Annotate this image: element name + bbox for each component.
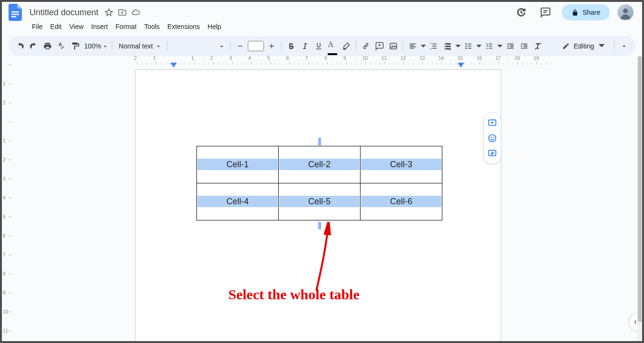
share-label: Share xyxy=(583,9,600,16)
menu-tools[interactable]: Tools xyxy=(141,21,163,32)
table-cell[interactable]: Cell-1 xyxy=(197,146,279,183)
checklist-dropdown-icon[interactable] xyxy=(455,39,461,53)
menu-extensions[interactable]: Extensions xyxy=(164,21,203,32)
menubar: File Edit View Insert Format Tools Exten… xyxy=(2,20,642,36)
svg-point-10 xyxy=(466,48,467,49)
menu-edit[interactable]: Edit xyxy=(47,21,65,32)
titlebar: Untitled document Share xyxy=(2,2,642,20)
numbered-list-button[interactable] xyxy=(483,39,496,53)
chevron-down-icon xyxy=(103,42,107,50)
menu-file[interactable]: File xyxy=(29,21,46,32)
paragraph-style-picker[interactable]: Normal text xyxy=(115,42,165,50)
cloud-status-icon[interactable] xyxy=(131,8,140,17)
table-cell[interactable]: Cell-4 xyxy=(197,183,279,220)
move-icon[interactable] xyxy=(117,8,127,17)
font-size-control xyxy=(234,39,278,53)
table-row[interactable]: Cell-4 Cell-5 Cell-6 xyxy=(197,183,442,220)
table-cell[interactable]: Cell-2 xyxy=(279,146,361,183)
add-comment-button[interactable] xyxy=(486,116,499,130)
comments-icon[interactable] xyxy=(537,4,554,21)
svg-point-13 xyxy=(491,137,491,138)
svg-rect-1 xyxy=(11,14,19,15)
chevron-down-icon xyxy=(220,42,224,50)
text-color-button[interactable]: A xyxy=(326,39,339,53)
checklist-button[interactable] xyxy=(441,39,454,53)
menu-insert[interactable]: Insert xyxy=(88,21,111,32)
menu-help[interactable]: Help xyxy=(204,21,224,32)
insert-link-button[interactable] xyxy=(359,39,372,53)
italic-button[interactable] xyxy=(298,39,312,53)
docs-logo[interactable] xyxy=(6,3,25,22)
clear-formatting-button[interactable] xyxy=(531,39,545,53)
svg-point-12 xyxy=(489,135,496,142)
chevron-down-icon xyxy=(598,42,605,51)
table-cell[interactable]: Cell-3 xyxy=(361,146,442,183)
table-cell[interactable]: Cell-6 xyxy=(361,183,442,220)
align-button[interactable] xyxy=(406,39,420,53)
zoom-picker[interactable]: 100% xyxy=(82,42,109,50)
page-scroll[interactable]: Cell-1 Cell-2 Cell-3 Cell-4 Cell-5 Cell-… xyxy=(11,65,637,341)
share-button[interactable]: Share xyxy=(562,4,610,20)
bold-button[interactable] xyxy=(284,39,298,53)
document-page[interactable]: Cell-1 Cell-2 Cell-3 Cell-4 Cell-5 Cell-… xyxy=(135,69,501,341)
svg-point-8 xyxy=(466,43,467,45)
undo-button[interactable] xyxy=(13,39,27,53)
svg-point-5 xyxy=(623,9,628,13)
history-icon[interactable] xyxy=(512,4,529,21)
bulleted-dropdown-icon[interactable] xyxy=(476,39,482,53)
insert-comment-button[interactable] xyxy=(373,39,386,53)
redo-button[interactable] xyxy=(27,39,40,53)
indent-marker-right[interactable] xyxy=(458,61,464,69)
annotation-text: Select the whole table xyxy=(228,286,360,303)
decrease-indent-button[interactable] xyxy=(504,39,517,53)
font-size-input[interactable] xyxy=(248,41,264,51)
svg-rect-0 xyxy=(11,11,19,13)
add-reaction-button[interactable] xyxy=(486,132,499,145)
pencil-icon xyxy=(562,42,570,50)
annotation-arrow xyxy=(302,222,345,293)
selection-cursor-top xyxy=(318,138,321,145)
vertical-ruler[interactable]: 121234567891011121314 xyxy=(2,65,11,341)
highlight-button[interactable] xyxy=(340,39,353,53)
google-docs-app: Untitled document Share File Edit View I… xyxy=(2,2,642,341)
svg-point-14 xyxy=(493,137,494,138)
menu-view[interactable]: View xyxy=(66,21,87,32)
decrease-font-button[interactable] xyxy=(234,39,247,53)
insert-image-button[interactable] xyxy=(387,39,400,53)
table-row[interactable]: Cell-1 Cell-2 Cell-3 xyxy=(197,146,442,183)
suggest-edits-button[interactable] xyxy=(486,147,499,160)
paint-format-button[interactable] xyxy=(68,39,82,53)
line-spacing-button[interactable] xyxy=(427,39,440,53)
font-picker[interactable] xyxy=(170,42,227,50)
increase-font-button[interactable] xyxy=(265,39,278,53)
align-dropdown-icon[interactable] xyxy=(420,39,427,53)
indent-marker-left[interactable] xyxy=(170,61,177,69)
print-button[interactable] xyxy=(41,39,54,53)
document-title[interactable]: Untitled document xyxy=(28,8,100,18)
canvas-area: 121234567891011121314 211234567891011121… xyxy=(2,56,642,341)
numbered-dropdown-icon[interactable] xyxy=(497,39,503,53)
scrollbar-thumb[interactable] xyxy=(638,56,642,322)
star-icon[interactable] xyxy=(104,8,114,17)
svg-point-9 xyxy=(466,46,467,47)
menu-format[interactable]: Format xyxy=(112,21,140,32)
horizontal-ruler[interactable]: 2112345678910111213141516171819 xyxy=(11,56,637,65)
svg-point-7 xyxy=(392,45,393,46)
bulleted-list-button[interactable] xyxy=(462,39,475,53)
toolbar: 100% Normal text A xyxy=(9,36,635,56)
table-cell[interactable]: Cell-5 xyxy=(279,183,361,220)
lock-icon xyxy=(571,9,579,16)
editing-mode-button[interactable]: Editing xyxy=(556,42,611,51)
collapse-toolbar-button[interactable] xyxy=(617,39,631,53)
spellcheck-button[interactable] xyxy=(55,39,68,53)
floating-comment-tools xyxy=(483,112,501,164)
chevron-down-icon xyxy=(156,42,160,50)
document-table[interactable]: Cell-1 Cell-2 Cell-3 Cell-4 Cell-5 Cell-… xyxy=(196,146,442,220)
svg-rect-2 xyxy=(11,16,16,18)
account-avatar[interactable] xyxy=(617,4,634,20)
vertical-scrollbar[interactable] xyxy=(637,56,642,341)
increase-indent-button[interactable] xyxy=(517,39,531,53)
underline-button[interactable] xyxy=(312,39,325,53)
